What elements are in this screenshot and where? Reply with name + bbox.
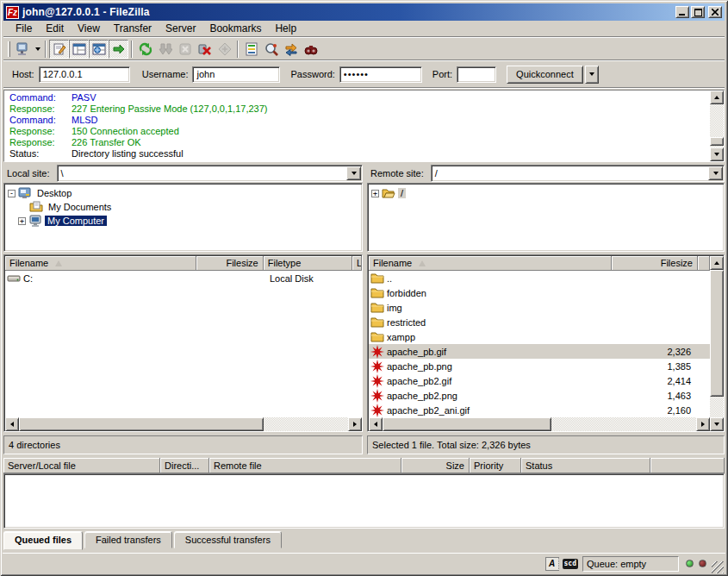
- scrollbar-thumb[interactable]: [710, 137, 724, 146]
- remote-site-combo[interactable]: /: [431, 165, 725, 182]
- tree-item-desktop[interactable]: - Desktop: [8, 186, 362, 200]
- tree-item-my-computer[interactable]: + My Computer: [8, 214, 362, 228]
- find-files-button[interactable]: [301, 40, 320, 59]
- remote-site-label: Remote site:: [367, 168, 431, 178]
- column-header-filler: [650, 458, 725, 473]
- column-header-filetype[interactable]: Filetype: [264, 256, 352, 271]
- expand-icon[interactable]: +: [371, 190, 379, 197]
- menu-edit[interactable]: Edit: [39, 21, 71, 36]
- tree-item-root[interactable]: + /: [371, 186, 724, 200]
- local-list-hscrollbar[interactable]: [5, 417, 362, 431]
- local-site-dropdown[interactable]: [346, 166, 361, 180]
- column-header-filename[interactable]: Filename: [5, 256, 196, 271]
- column-header-filesize[interactable]: Filesize: [612, 256, 698, 271]
- scroll-right-button[interactable]: [348, 417, 362, 431]
- scroll-left-button[interactable]: [369, 417, 383, 431]
- file-row-local-disk[interactable]: C: Local Disk: [5, 271, 362, 285]
- collapse-icon[interactable]: -: [8, 190, 16, 197]
- file-row[interactable]: xampp: [369, 329, 710, 344]
- column-header-remote-file[interactable]: Remote file: [209, 458, 401, 473]
- toggle-message-log-button[interactable]: [49, 40, 69, 59]
- username-input[interactable]: [192, 66, 280, 83]
- local-list-body: C: Local Disk: [5, 271, 362, 417]
- scroll-down-button[interactable]: [710, 417, 724, 431]
- maximize-button[interactable]: [691, 6, 705, 18]
- tab-queued-files[interactable]: Queued files: [3, 531, 83, 550]
- file-name: ..: [387, 273, 392, 284]
- file-row[interactable]: forbidden: [369, 285, 710, 300]
- file-row[interactable]: ..: [369, 271, 710, 285]
- site-manager-dropdown[interactable]: [33, 40, 42, 59]
- file-row-selected[interactable]: apache_pb.gif 2,326: [369, 344, 710, 359]
- toggle-remote-tree-button[interactable]: [89, 40, 109, 59]
- file-row[interactable]: restricted: [369, 315, 710, 329]
- quickconnect-button[interactable]: Quickconnect: [507, 66, 583, 84]
- column-header-status[interactable]: Status: [521, 458, 650, 473]
- log-scrollbar[interactable]: [710, 91, 724, 161]
- file-row[interactable]: apache_pb2_ani.gif 2,160: [369, 403, 710, 417]
- reconnect-button[interactable]: [215, 40, 234, 59]
- triangle-up-icon: [714, 261, 719, 265]
- scroll-left-button[interactable]: [5, 417, 19, 431]
- process-queue-button[interactable]: [155, 40, 175, 59]
- quickconnect-dropdown[interactable]: [585, 66, 599, 84]
- column-header-filesize[interactable]: Filesize: [196, 256, 263, 271]
- menu-transfer[interactable]: Transfer: [107, 21, 159, 36]
- remote-list-hscrollbar[interactable]: [369, 417, 710, 431]
- send-activity-indicator-icon: [699, 560, 706, 567]
- remote-list-vscrollbar[interactable]: [710, 256, 724, 431]
- filter-button[interactable]: [241, 40, 261, 59]
- directory-comparison-button[interactable]: [261, 40, 281, 59]
- close-button[interactable]: [708, 6, 722, 18]
- remote-tree-icon: [92, 42, 106, 56]
- filezilla-logo-icon: Fz: [6, 6, 19, 19]
- column-header-server-local-file[interactable]: Server/Local file: [3, 458, 160, 473]
- scroll-up-button[interactable]: [710, 91, 724, 104]
- port-input[interactable]: [457, 66, 496, 83]
- file-row[interactable]: apache_pb2.png 1,463: [369, 388, 710, 403]
- column-header-last-modified[interactable]: L: [352, 256, 362, 271]
- speed-limits-icon: scd: [563, 559, 578, 569]
- file-row[interactable]: img: [369, 300, 710, 315]
- triangle-right-icon: [701, 422, 705, 427]
- minimize-button[interactable]: [675, 6, 689, 18]
- tab-successful-transfers[interactable]: Successful transfers: [174, 531, 282, 548]
- resize-grip[interactable]: [712, 561, 724, 573]
- remote-site-row: Remote site: /: [367, 164, 725, 182]
- column-header-direction[interactable]: Directi...: [160, 458, 209, 473]
- column-header-priority[interactable]: Priority: [470, 458, 521, 473]
- file-row[interactable]: apache_pb.png 1,385: [369, 359, 710, 373]
- column-header-size[interactable]: Size: [401, 458, 470, 473]
- local-site-combo[interactable]: \: [57, 165, 363, 182]
- toggle-local-tree-button[interactable]: [69, 40, 89, 59]
- menu-file[interactable]: File: [9, 21, 39, 36]
- refresh-button[interactable]: [135, 40, 155, 59]
- tree-item-my-documents[interactable]: My Documents: [8, 200, 362, 214]
- column-header-filename[interactable]: Filename: [369, 256, 612, 271]
- chevron-down-icon: [35, 47, 40, 51]
- host-input[interactable]: [39, 66, 130, 83]
- menu-bookmarks[interactable]: Bookmarks: [202, 21, 268, 36]
- site-manager-button[interactable]: [13, 40, 33, 59]
- cancel-button[interactable]: [175, 40, 195, 59]
- synchronized-browsing-button[interactable]: [281, 40, 301, 59]
- column-header-filler: [698, 256, 710, 271]
- scroll-up-button[interactable]: [710, 256, 724, 270]
- local-site-value: \: [61, 168, 346, 178]
- password-input[interactable]: [339, 66, 422, 83]
- file-row[interactable]: apache_pb2.gif 2,414: [369, 373, 710, 388]
- scrollbar-thumb[interactable]: [710, 270, 724, 397]
- expand-icon[interactable]: +: [18, 217, 26, 225]
- menu-view[interactable]: View: [71, 21, 107, 36]
- scrollbar-thumb[interactable]: [383, 417, 551, 431]
- tab-failed-transfers[interactable]: Failed transfers: [84, 531, 172, 548]
- menu-help[interactable]: Help: [268, 21, 303, 36]
- toggle-transfer-queue-button[interactable]: [109, 40, 128, 59]
- menu-server[interactable]: Server: [159, 21, 202, 36]
- disconnect-button[interactable]: [195, 40, 215, 59]
- folder-icon: [370, 286, 384, 300]
- scroll-down-button[interactable]: [710, 147, 724, 161]
- scrollbar-thumb[interactable]: [19, 417, 264, 431]
- scroll-right-button[interactable]: [696, 417, 710, 431]
- remote-site-dropdown[interactable]: [708, 166, 723, 180]
